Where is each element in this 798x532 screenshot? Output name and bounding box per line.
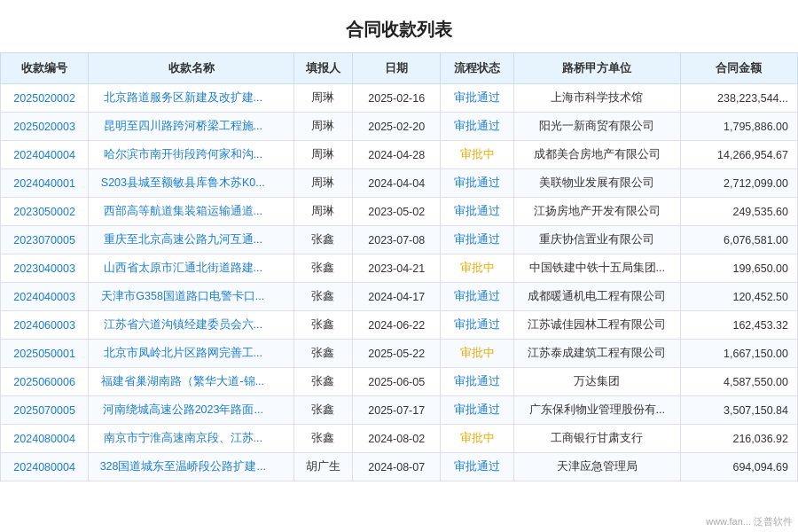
cell-name[interactable]: 山西省太原市汇通北街道路建... [89, 254, 294, 283]
cell-date: 2024-06-22 [353, 311, 441, 340]
cell-company: 成都暖通机电工程有限公司 [514, 283, 681, 311]
table-row: 2025050001北京市凤岭北片区路网完善工...张鑫2025-05-22审批… [1, 340, 798, 368]
cell-date: 2024-04-04 [353, 169, 441, 198]
cell-status: 审批通过 [441, 113, 514, 141]
cell-amount: 199,650.00 [680, 254, 797, 283]
cell-reporter: 张鑫 [293, 340, 352, 368]
cell-reporter: 张鑫 [293, 254, 352, 283]
cell-company: 成都美合房地产有限公司 [514, 141, 681, 169]
cell-date: 2025-07-17 [353, 396, 441, 425]
cell-id[interactable]: 2024080004 [1, 453, 89, 481]
cell-name[interactable]: 福建省巢湖南路（繁华大道-锦... [89, 368, 294, 396]
table-row: 2024040001S203县城至额敏县库鲁木苏K0...周琳2024-04-0… [1, 169, 798, 198]
cell-amount: 1,795,886.00 [680, 113, 797, 141]
table-row: 2024080004南京市宁淮高速南京段、江苏...张鑫2024-08-02审批… [1, 425, 798, 453]
cell-date: 2025-05-22 [353, 340, 441, 368]
cell-company: 江苏泰成建筑工程有限公司 [514, 340, 681, 368]
cell-id[interactable]: 2024060003 [1, 311, 89, 340]
cell-reporter: 胡广生 [293, 453, 352, 481]
cell-amount: 2,712,099.00 [680, 169, 797, 198]
cell-amount: 162,453.32 [680, 311, 797, 340]
cell-date: 2023-05-02 [353, 198, 441, 226]
watermark: www.fan... 泛普软件 [706, 515, 793, 528]
cell-status: 审批通过 [441, 84, 514, 113]
table-row: 2025070005河南绕城高速公路2023年路面...张鑫2025-07-17… [1, 396, 798, 425]
cell-status: 审批中 [441, 141, 514, 169]
cell-name[interactable]: 天津市G358国道路口电警卡口... [89, 283, 294, 311]
cell-status: 审批中 [441, 425, 514, 453]
cell-reporter: 张鑫 [293, 226, 352, 254]
cell-name[interactable]: 昆明至四川路跨河桥梁工程施... [89, 113, 294, 141]
cell-company: 中国铁建中铁十五局集团... [514, 254, 681, 283]
cell-reporter: 张鑫 [293, 425, 352, 453]
cell-amount: 694,094.69 [680, 453, 797, 481]
cell-id[interactable]: 2023070005 [1, 226, 89, 254]
cell-company: 工商银行甘肃支行 [514, 425, 681, 453]
cell-reporter: 张鑫 [293, 283, 352, 311]
cell-id[interactable]: 2025060006 [1, 368, 89, 396]
table-row: 2024040004哈尔滨市南开街段跨何家和沟...周琳2024-04-28审批… [1, 141, 798, 169]
cell-id[interactable]: 2025050001 [1, 340, 89, 368]
table-row: 2023040003山西省太原市汇通北街道路建...张鑫2023-04-21审批… [1, 254, 798, 283]
cell-id[interactable]: 2025020003 [1, 113, 89, 141]
cell-name[interactable]: 北京市凤岭北片区路网完善工... [89, 340, 294, 368]
col-header-company: 路桥甲方单位 [514, 53, 681, 84]
cell-amount: 6,076,581.00 [680, 226, 797, 254]
cell-id[interactable]: 2024040003 [1, 283, 89, 311]
cell-id[interactable]: 2023050002 [1, 198, 89, 226]
cell-reporter: 张鑫 [293, 368, 352, 396]
cell-company: 上海市科学技术馆 [514, 84, 681, 113]
col-header-date: 日期 [353, 53, 441, 84]
cell-name[interactable]: S203县城至额敏县库鲁木苏K0... [89, 169, 294, 198]
cell-status: 审批通过 [441, 169, 514, 198]
cell-reporter: 张鑫 [293, 311, 352, 340]
cell-amount: 3,507,150.84 [680, 396, 797, 425]
cell-name[interactable]: 南京市宁淮高速南京段、江苏... [89, 425, 294, 453]
cell-company: 江扬房地产开发有限公司 [514, 198, 681, 226]
table-row: 2024040003天津市G358国道路口电警卡口...张鑫2024-04-17… [1, 283, 798, 311]
cell-id[interactable]: 2024040001 [1, 169, 89, 198]
cell-date: 2025-06-05 [353, 368, 441, 396]
cell-amount: 249,535.60 [680, 198, 797, 226]
cell-id[interactable]: 2023040003 [1, 254, 89, 283]
cell-reporter: 周琳 [293, 113, 352, 141]
cell-date: 2024-04-17 [353, 283, 441, 311]
cell-name[interactable]: 重庆至北京高速公路九河互通... [89, 226, 294, 254]
table-row: 2025060006福建省巢湖南路（繁华大道-锦...张鑫2025-06-05审… [1, 368, 798, 396]
cell-id[interactable]: 2024080004 [1, 425, 89, 453]
table-header-row: 收款编号 收款名称 填报人 日期 流程状态 路桥甲方单位 合同金额 [1, 53, 798, 84]
cell-date: 2024-04-28 [353, 141, 441, 169]
cell-name[interactable]: 西部高等航道集装箱运输通道... [89, 198, 294, 226]
cell-amount: 14,266,954.67 [680, 141, 797, 169]
cell-id[interactable]: 2025020002 [1, 84, 89, 113]
table-row: 2024080004328国道城东至温峤段公路扩建...胡广生2024-08-0… [1, 453, 798, 481]
cell-name[interactable]: 江苏省六道沟镇经建委员会六... [89, 311, 294, 340]
cell-status: 审批通过 [441, 396, 514, 425]
cell-reporter: 张鑫 [293, 396, 352, 425]
cell-date: 2025-02-20 [353, 113, 441, 141]
cell-id[interactable]: 2024040004 [1, 141, 89, 169]
cell-id[interactable]: 2025070005 [1, 396, 89, 425]
cell-reporter: 周琳 [293, 198, 352, 226]
cell-company: 天津应急管理局 [514, 453, 681, 481]
col-header-id: 收款编号 [1, 53, 89, 84]
cell-name[interactable]: 河南绕城高速公路2023年路面... [89, 396, 294, 425]
cell-reporter: 周琳 [293, 141, 352, 169]
col-header-reporter: 填报人 [293, 53, 352, 84]
cell-status: 审批通过 [441, 453, 514, 481]
cell-status: 审批通过 [441, 311, 514, 340]
table-row: 2023070005重庆至北京高速公路九河互通...张鑫2023-07-08审批… [1, 226, 798, 254]
cell-name[interactable]: 北京路道服务区新建及改扩建... [89, 84, 294, 113]
cell-amount: 238,223,544... [680, 84, 797, 113]
cell-name[interactable]: 哈尔滨市南开街段跨何家和沟... [89, 141, 294, 169]
cell-company: 万达集团 [514, 368, 681, 396]
cell-status: 审批通过 [441, 198, 514, 226]
cell-name[interactable]: 328国道城东至温峤段公路扩建... [89, 453, 294, 481]
cell-company: 江苏诚佳园林工程有限公司 [514, 311, 681, 340]
cell-reporter: 周琳 [293, 169, 352, 198]
cell-date: 2023-04-21 [353, 254, 441, 283]
cell-status: 审批通过 [441, 226, 514, 254]
data-table: 收款编号 收款名称 填报人 日期 流程状态 路桥甲方单位 合同金额 202502… [0, 52, 798, 481]
cell-amount: 216,036.92 [680, 425, 797, 453]
table-row: 2025020003昆明至四川路跨河桥梁工程施...周琳2025-02-20审批… [1, 113, 798, 141]
